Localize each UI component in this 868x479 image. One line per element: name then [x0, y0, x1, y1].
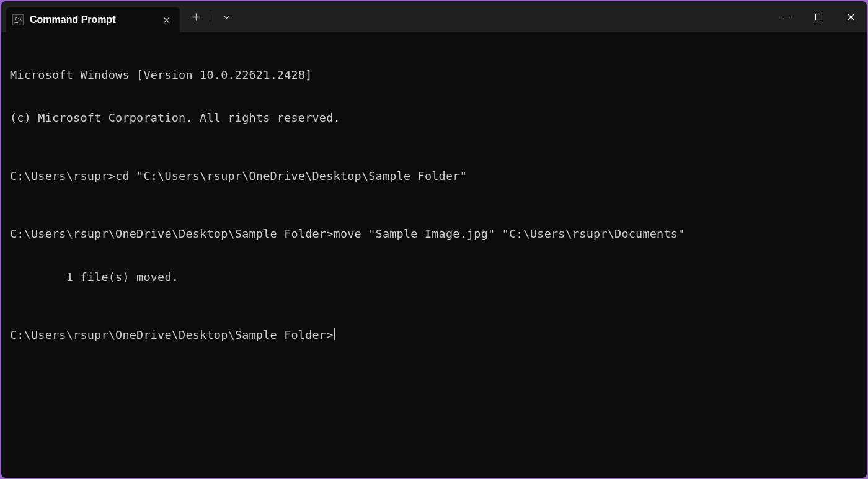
terminal-line: C:\Users\rsupr\OneDrive\Desktop\Sample F…: [10, 226, 858, 241]
terminal-content[interactable]: Microsoft Windows [Version 10.0.22621.24…: [1, 32, 867, 478]
tab-actions: [180, 1, 237, 32]
tab-command-prompt[interactable]: C:\ Command Prompt: [6, 7, 180, 32]
terminal-prompt-line: C:\Users\rsupr\OneDrive\Desktop\Sample F…: [10, 328, 858, 342]
maximize-icon: [815, 14, 822, 20]
titlebar[interactable]: C:\ Command Prompt: [1, 1, 867, 32]
terminal-prompt: C:\Users\rsupr\OneDrive\Desktop\Sample F…: [10, 328, 334, 342]
tab-title: Command Prompt: [30, 14, 154, 25]
terminal-window: C:\ Command Prompt: [1, 1, 867, 478]
terminal-line: (c) Microsoft Corporation. All rights re…: [10, 110, 858, 125]
divider: [211, 11, 211, 23]
svg-rect-8: [815, 14, 822, 20]
cmd-icon: C:\: [12, 14, 24, 25]
terminal-line: C:\Users\rsupr>cd "C:\Users\rsupr\OneDri…: [10, 169, 858, 183]
tab-close-button[interactable]: [160, 14, 172, 26]
minimize-button[interactable]: [770, 1, 802, 32]
new-tab-button[interactable]: [185, 6, 207, 28]
close-icon: [848, 14, 854, 20]
maximize-button[interactable]: [802, 1, 835, 32]
chevron-down-icon: [223, 15, 230, 19]
cursor: [334, 328, 335, 340]
titlebar-drag-region[interactable]: [237, 1, 770, 32]
terminal-line: Microsoft Windows [Version 10.0.22621.24…: [10, 68, 858, 82]
svg-text:C:\: C:\: [14, 17, 22, 22]
minimize-icon: [783, 14, 790, 20]
tab-dropdown-button[interactable]: [215, 6, 237, 28]
window-controls: [770, 1, 867, 32]
terminal-line: 1 file(s) moved.: [10, 270, 858, 284]
close-window-button[interactable]: [835, 1, 867, 32]
tab-area: C:\ Command Prompt: [1, 1, 180, 32]
